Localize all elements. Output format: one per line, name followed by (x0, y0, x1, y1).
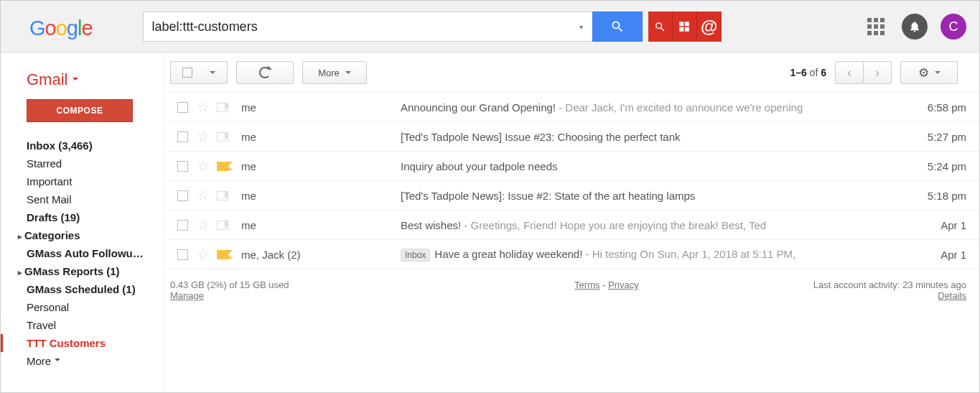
label-icon[interactable] (217, 132, 228, 142)
apps-icon[interactable] (867, 18, 885, 35)
activity-info: Last account activity: 23 minutes ago (813, 279, 966, 290)
search-button[interactable] (592, 11, 643, 42)
row-snippet: - Hi testing On Sun, Apr 1, 2018 at 5:11… (582, 248, 795, 260)
compose-button[interactable]: COMPOSE (27, 99, 133, 122)
star-icon[interactable]: ☆ (197, 246, 210, 263)
sidebar-item-9[interactable]: Personal (8, 298, 164, 316)
row-sender: me (241, 190, 401, 202)
search-icon (610, 19, 625, 34)
row-subject: Best wishes! - Greetings, Friend! Hope y… (401, 219, 900, 231)
label-icon[interactable] (217, 221, 228, 230)
star-icon[interactable]: ☆ (197, 157, 210, 175)
row-sender: me (241, 101, 401, 114)
google-logo[interactable]: Google (29, 14, 93, 40)
row-checkbox[interactable] (177, 220, 188, 231)
row-sender: me (241, 160, 401, 172)
row-checkbox[interactable] (177, 190, 188, 201)
sidebar-item-8[interactable]: GMass Scheduled (1) (8, 280, 164, 298)
row-checkbox[interactable] (177, 249, 188, 260)
row-sender: me, Jack (2) (241, 249, 401, 261)
sidebar-item-6[interactable]: GMass Auto Followu… (8, 244, 164, 262)
star-icon[interactable]: ☆ (197, 98, 210, 116)
email-row[interactable]: ☆me[Ted's Tadpole News] Issue #23: Choos… (164, 122, 979, 152)
inbox-badge: Inbox (401, 249, 430, 262)
refresh-icon (259, 67, 271, 78)
row-time: Apr 1 (909, 219, 966, 231)
sidebar-item-12[interactable]: More (8, 352, 164, 370)
important-label-icon[interactable] (217, 162, 228, 171)
row-time: 5:27 pm (909, 131, 966, 143)
search-input[interactable] (143, 11, 571, 42)
gmass-sheets-button[interactable] (673, 11, 697, 42)
row-sender: me (241, 219, 401, 231)
select-all-dropdown[interactable] (170, 61, 228, 84)
search-options-dropdown[interactable]: ▾ (571, 11, 592, 42)
next-page-button[interactable]: › (864, 61, 892, 84)
notifications-icon[interactable] (902, 14, 928, 40)
gear-icon: ⚙ (918, 65, 929, 80)
pagination-info: 1–6 of 6 (790, 67, 826, 78)
sidebar-item-1[interactable]: Starred (8, 154, 164, 172)
email-row[interactable]: ☆meBest wishes! - Greetings, Friend! Hop… (164, 211, 979, 240)
bell-icon (908, 20, 921, 33)
grid-icon (678, 20, 691, 33)
row-time: 6:58 pm (909, 101, 966, 114)
star-icon[interactable]: ☆ (197, 216, 210, 234)
sidebar-item-5[interactable]: Categories (8, 226, 164, 244)
row-sender: me (241, 131, 401, 143)
label-icon[interactable] (217, 103, 228, 112)
label-icon[interactable] (217, 191, 228, 200)
row-time: 5:18 pm (909, 190, 966, 202)
row-subject: Inquiry about your tadpole needs (401, 160, 900, 172)
star-icon[interactable]: ☆ (197, 187, 210, 204)
sidebar-item-10[interactable]: Travel (8, 316, 164, 334)
row-checkbox[interactable] (177, 102, 188, 113)
storage-info: 0.43 GB (2%) of 15 GB used (170, 279, 400, 290)
sidebar-item-2[interactable]: Important (8, 172, 164, 190)
sidebar-item-4[interactable]: Drafts (19) (8, 208, 164, 226)
details-link[interactable]: Details (938, 290, 966, 301)
email-row[interactable]: ☆meInquiry about your tadpole needs5:24 … (164, 152, 979, 181)
gmail-brand-dropdown[interactable]: Gmail (8, 62, 164, 99)
sidebar-item-7[interactable]: GMass Reports (1) (8, 262, 164, 280)
row-snippet: - Dear Jack, I'm excited to announce we'… (556, 101, 803, 114)
row-subject: [Ted's Tadpole News]: Issue #2: State of… (401, 190, 900, 202)
row-subject: Announcing our Grand Opening! - Dear Jac… (401, 101, 900, 114)
gmass-search-button[interactable] (648, 11, 673, 42)
sidebar-item-3[interactable]: Sent Mail (8, 190, 164, 208)
terms-link[interactable]: Terms (574, 279, 599, 290)
email-row[interactable]: ☆me, Jack (2)InboxHave a great holiday w… (164, 240, 979, 269)
row-time: 5:24 pm (909, 160, 966, 172)
row-checkbox[interactable] (177, 161, 188, 172)
row-snippet: - Greetings, Friend! Hope you are enjoyi… (461, 219, 766, 231)
sidebar-item-11[interactable]: TTT Customers (1, 334, 164, 352)
manage-storage-link[interactable]: Manage (170, 290, 204, 301)
settings-dropdown[interactable]: ⚙ (900, 61, 958, 84)
row-time: Apr 1 (909, 249, 966, 261)
sidebar-item-0[interactable]: Inbox (3,466) (8, 137, 164, 154)
privacy-link[interactable]: Privacy (608, 279, 639, 290)
star-icon[interactable]: ☆ (197, 128, 210, 145)
row-subject: [Ted's Tadpole News] Issue #23: Choosing… (401, 131, 900, 143)
avatar[interactable]: C (941, 14, 966, 40)
more-dropdown[interactable]: More (302, 61, 367, 84)
refresh-button[interactable] (236, 61, 294, 84)
email-row[interactable]: ☆meAnnouncing our Grand Opening! - Dear … (164, 93, 979, 122)
row-checkbox[interactable] (177, 131, 188, 142)
gmass-at-button[interactable]: @ (697, 11, 722, 42)
prev-page-button[interactable]: ‹ (835, 61, 864, 84)
magnifier-icon (654, 21, 666, 33)
email-row[interactable]: ☆me[Ted's Tadpole News]: Issue #2: State… (164, 181, 979, 211)
row-subject: InboxHave a great holiday weekend! - Hi … (401, 248, 900, 262)
important-label-icon[interactable] (217, 250, 228, 259)
